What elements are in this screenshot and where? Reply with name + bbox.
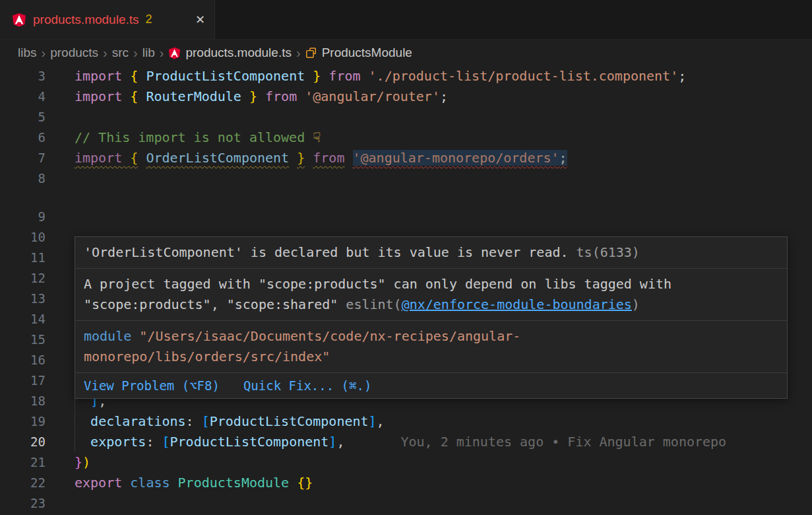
code-token: class bbox=[130, 475, 177, 491]
code-line-7[interactable]: 7import { OrderListComponent } from '@an… bbox=[0, 148, 812, 168]
code-content: declarations: [ProductListComponent], bbox=[59, 411, 812, 432]
code-content bbox=[59, 207, 812, 227]
breadcrumb-item-lib[interactable]: lib bbox=[142, 46, 155, 60]
hover-message: A project tagged with "scope:products" c… bbox=[75, 269, 787, 321]
code-line-19[interactable]: 19 declarations: [ProductListComponent], bbox=[0, 411, 812, 432]
line-number[interactable]: 14 bbox=[0, 309, 59, 329]
vscode-window: products.module.ts 2 ✕ libs › products ›… bbox=[0, 0, 812, 515]
angular-icon bbox=[168, 47, 181, 59]
code-token: { bbox=[130, 68, 138, 84]
git-blame-annotation: You, 2 minutes ago • Fix Angular monorep… bbox=[400, 434, 726, 450]
line-number[interactable]: 5 bbox=[0, 107, 59, 127]
code-token: ) bbox=[632, 296, 640, 312]
chevron-right-icon: › bbox=[296, 46, 301, 59]
hover-rows: 'OrderListComponent' is declared but its… bbox=[75, 237, 787, 373]
code-token: ProductListComponent bbox=[146, 68, 305, 84]
code-line-5[interactable]: 5 bbox=[0, 107, 812, 127]
code-token: import bbox=[75, 68, 130, 84]
tab-products-module-ts[interactable]: products.module.ts 2 ✕ bbox=[0, 0, 215, 39]
code-line-23[interactable]: 23 bbox=[0, 493, 812, 514]
code-content: // This import is not allowed ☟ bbox=[59, 127, 812, 148]
code-content: import { OrderListComponent } from '@ang… bbox=[59, 148, 812, 168]
line-number[interactable]: 20 bbox=[0, 432, 59, 452]
chevron-right-icon: › bbox=[103, 46, 108, 59]
hover-code-block: module "/Users/isaac/Documents/code/nx-r… bbox=[75, 321, 787, 373]
code-token: from bbox=[328, 68, 360, 84]
code-token bbox=[75, 413, 90, 429]
breadcrumb: libs › products › src › lib › products.m… bbox=[0, 40, 812, 66]
line-number[interactable]: 23 bbox=[0, 493, 59, 514]
view-problem-link[interactable]: View Problem (⌥F8) bbox=[84, 376, 220, 396]
breadcrumb-item-symbol[interactable]: ProductsModule bbox=[322, 46, 412, 60]
chevron-right-icon: › bbox=[42, 46, 46, 59]
breadcrumb-item-file[interactable]: products.module.ts bbox=[185, 46, 292, 60]
line-number[interactable]: 12 bbox=[0, 268, 59, 289]
line-number[interactable]: 19 bbox=[0, 411, 59, 432]
code-token: [ bbox=[162, 434, 170, 450]
code-token: } bbox=[75, 454, 82, 470]
code-token: ; bbox=[440, 88, 448, 104]
code-token bbox=[297, 88, 305, 104]
code-content bbox=[59, 493, 812, 514]
breadcrumb-item-libs[interactable]: libs bbox=[18, 46, 37, 60]
code-token: , bbox=[336, 434, 344, 450]
code-line-9[interactable]: 9 bbox=[0, 207, 812, 227]
code-token: // This import is not allowed bbox=[75, 129, 313, 145]
code-token: ProductsModule bbox=[178, 475, 290, 491]
code-line-6[interactable]: 6// This import is not allowed ☟ bbox=[0, 127, 812, 148]
quick-fix-link[interactable]: Quick Fix... (⌘.) bbox=[243, 376, 371, 396]
line-number[interactable]: 21 bbox=[0, 452, 59, 473]
code-token bbox=[241, 88, 249, 104]
code-content bbox=[59, 168, 812, 189]
code-token: import bbox=[75, 150, 130, 166]
tab-title: products.module.ts bbox=[33, 13, 139, 27]
line-number[interactable]: 6 bbox=[0, 127, 59, 148]
breadcrumb-item-src[interactable]: src bbox=[112, 46, 129, 60]
line-number[interactable]: 16 bbox=[0, 350, 59, 370]
code-token bbox=[289, 475, 297, 491]
hover-message-text: module "/Users/isaac/Documents/code/nx-r… bbox=[84, 326, 559, 367]
code-token: ] bbox=[369, 413, 377, 429]
code-line-22[interactable]: 22export class ProductsModule {} bbox=[0, 473, 812, 493]
code-token: : bbox=[146, 434, 162, 450]
code-content: }) bbox=[59, 452, 812, 473]
code-token: { bbox=[130, 88, 138, 104]
code-token: } bbox=[297, 150, 305, 166]
code-token bbox=[321, 68, 328, 84]
indent-guide bbox=[75, 432, 75, 452]
code-line-3[interactable]: 3import { ProductListComponent } from '.… bbox=[0, 66, 812, 86]
code-token bbox=[257, 88, 265, 104]
code-token: : bbox=[186, 413, 202, 429]
code-token: 'OrderListComponent' is declared but its… bbox=[84, 244, 569, 260]
line-number[interactable]: 3 bbox=[0, 66, 59, 86]
code-content: export class ProductsModule {} bbox=[59, 473, 812, 493]
line-number[interactable]: 11 bbox=[0, 248, 59, 268]
line-number[interactable]: 7 bbox=[0, 148, 59, 168]
code-token: ] bbox=[328, 434, 336, 450]
line-number[interactable]: 17 bbox=[0, 370, 59, 391]
line-number[interactable]: 4 bbox=[0, 86, 59, 107]
code-line-8[interactable]: 8 bbox=[0, 168, 812, 189]
close-icon[interactable]: ✕ bbox=[195, 13, 205, 26]
line-number[interactable]: 22 bbox=[0, 473, 59, 493]
line-number[interactable]: 15 bbox=[0, 329, 59, 350]
line-number[interactable]: 8 bbox=[0, 168, 59, 189]
indent-guide bbox=[75, 412, 75, 431]
line-number[interactable]: 18 bbox=[0, 391, 59, 411]
line-number[interactable]: 13 bbox=[0, 289, 59, 309]
eslint-rule-link[interactable]: @nx/enforce-module-boundaries bbox=[402, 296, 632, 312]
code-token: '@angular/router' bbox=[305, 88, 440, 104]
code-token: {} bbox=[297, 475, 313, 491]
code-token bbox=[289, 150, 297, 166]
code-token: "/Users/isaac/Documents/code/nx-recipes/… bbox=[84, 328, 520, 364]
breadcrumb-item-products[interactable]: products bbox=[50, 46, 98, 60]
code-token: } bbox=[313, 68, 321, 84]
code-token: './product-list/product-list.component' bbox=[369, 68, 679, 84]
line-number[interactable]: 10 bbox=[0, 227, 59, 248]
code-line-21[interactable]: 21}) bbox=[0, 452, 812, 473]
code-line-4[interactable]: 4import { RouterModule } from '@angular/… bbox=[0, 86, 812, 107]
line-number[interactable]: 9 bbox=[0, 207, 59, 227]
code-line-20[interactable]: 20 exports: [ProductListComponent],You, … bbox=[0, 432, 812, 452]
hover-message-text: 'OrderListComponent' is declared but its… bbox=[84, 242, 778, 263]
code-token: eslint( bbox=[346, 296, 401, 312]
